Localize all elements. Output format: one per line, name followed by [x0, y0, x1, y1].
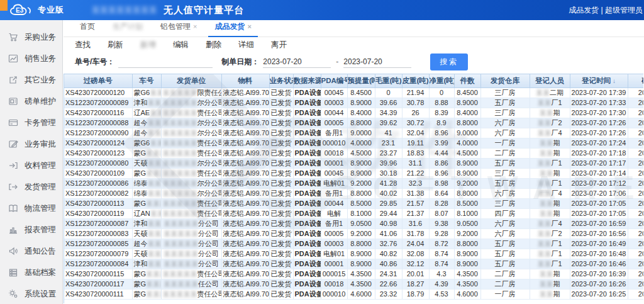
- table-row[interactable]: XS4230720000119辽AN某某某某某某某某责任公司液态铝.Al99.7…: [64, 208, 643, 218]
- cell-reg_time: 2023-07-20 17:12: [570, 178, 628, 188]
- cell-confirm: 2023-07-20: [628, 188, 643, 198]
- toolbar-button-7[interactable]: 离开: [271, 40, 287, 50]
- tab-4[interactable]: 成品发货×: [208, 21, 257, 37]
- cell-material: 液态铝.Al99.70DT: [221, 198, 269, 208]
- tab-1[interactable]: 首页: [74, 21, 101, 37]
- sidebar-item-10[interactable]: 报表管理: [0, 219, 62, 240]
- cell-confirm: 2023-07-20: [628, 128, 643, 138]
- cell-person: 某某厂1: [530, 259, 570, 269]
- cell-confirm: 2023-07-20: [628, 178, 643, 188]
- tab-close-icon[interactable]: ×: [247, 23, 251, 30]
- column-header-unit[interactable]: 发货单位: [161, 74, 221, 87]
- table-row[interactable]: XS12230720000085超今某某某某某某某某分公司液态铝.Al99.70…: [64, 239, 643, 249]
- cell-unit: 某某某某某尔分公司: [161, 178, 221, 188]
- column-header-confirm[interactable]: 确认时间: [628, 74, 643, 87]
- cell-material: 液态铝.Al99.70: [221, 269, 269, 279]
- table-row[interactable]: XS4230720000120蒙G6某某某某某某某某限责任公司液态铝.Al99.…: [64, 87, 643, 98]
- cell-gross: 23.1: [375, 138, 402, 148]
- cell-plate: 津和某某某: [132, 259, 161, 269]
- cell-status: 已发货: [269, 178, 293, 188]
- cell-pieces: 4.0000: [454, 138, 480, 148]
- toolbar-button-1[interactable]: 查找: [75, 40, 91, 50]
- tab-2[interactable]: 生产计划: [106, 21, 149, 37]
- table-row[interactable]: XS12230720000080天硕某某某某某某某某尔分公司液态铝.Al99.7…: [64, 158, 643, 168]
- table-row[interactable]: XS12230720000090超今某某某某某某某某尔分公司液态铝.Al99.7…: [64, 128, 643, 138]
- column-header-gross[interactable]: 毛重(吨): [375, 74, 402, 87]
- cell-plate: 天硕某某某: [132, 158, 161, 168]
- table-row[interactable]: XS12230720000088超今某某某某某某某某尔分公司液态铝.Al99.7…: [64, 118, 643, 128]
- tab-close-icon[interactable]: ×: [193, 23, 197, 30]
- column-header-material[interactable]: 物料: [221, 74, 269, 87]
- tab-label: 生产计划: [113, 22, 143, 31]
- cell-status: 已发货: [269, 269, 293, 279]
- cell-net: 8.39: [429, 108, 454, 118]
- table-header-row: 过磅单号车号发货单位物料业务状态数据来源PDA编号预提量(吨)毛重(吨)皮重(吨…: [64, 74, 643, 87]
- cell-gross: 39.62: [375, 118, 402, 128]
- gear-icon: [8, 289, 18, 299]
- sidebar-item-13[interactable]: 系统设置: [0, 283, 62, 304]
- toolbar-button-3[interactable]: 新增: [140, 40, 156, 50]
- column-header-pre[interactable]: 预提量(吨): [347, 74, 375, 87]
- sidebar-item-11[interactable]: 通知公告: [0, 240, 62, 262]
- cell-warehouse: 三厂房: [480, 108, 530, 118]
- sidebar-item-8[interactable]: 发货管理: [0, 176, 62, 198]
- cell-pda: 00018: [321, 148, 347, 158]
- table-row[interactable]: XS4230720000111蒙G某某某某某某某某责任公司液态铝.Al99.70…: [64, 289, 643, 299]
- user-info[interactable]: 成品发货 | 超级管理员: [569, 5, 643, 16]
- sidebar-item-2[interactable]: 销售业务: [0, 48, 62, 69]
- column-header-pda[interactable]: PDA编号: [321, 74, 347, 87]
- table-row[interactable]: XS4230720000109蒙G某某某某某某某某责任公司液态铝.Al99.70…: [64, 168, 643, 178]
- table-row[interactable]: XS12230720000082绵泰某某某某某某某某尔分公司液态铝.Al99.7…: [64, 188, 643, 198]
- tab-3[interactable]: 铝包管理×: [154, 21, 203, 37]
- cell-person: 某某期: [530, 138, 570, 148]
- table-row[interactable]: XS4230720000113蒙G某某某某某某某某责任公司液态铝.Al99.70…: [64, 198, 643, 208]
- sidebar-item-9[interactable]: 物流管理: [0, 198, 62, 219]
- cell-tare: 21.37: [402, 208, 429, 218]
- column-header-net[interactable]: 净重(吨): [429, 74, 454, 87]
- sidebar-item-4[interactable]: 磅单维护: [0, 91, 62, 112]
- cell-ticket: XS4230720000124: [64, 138, 132, 148]
- cell-plate: 超今某某某: [132, 239, 161, 249]
- sidebar-item-7[interactable]: 收料管理: [0, 155, 62, 176]
- date-to-input[interactable]: [343, 55, 411, 68]
- table-row[interactable]: XS12230720000083天硕某某某某某某某某分公司液态铝.Al99.70…: [64, 228, 643, 239]
- toolbar-button-2[interactable]: 刷新: [108, 40, 123, 50]
- cell-plate: 绵泰某某某: [132, 188, 161, 198]
- cell-warehouse: 五厂房: [480, 259, 530, 269]
- table-row[interactable]: XS4230720000123蒙G某某某某某某某某责任公司液态铝.Al99.70…: [64, 148, 643, 158]
- column-header-ticket[interactable]: 过磅单号: [64, 74, 132, 87]
- table-row[interactable]: XS12230720000079天硕某某某某某某某某分公司液态铝.Al99.70…: [64, 249, 643, 259]
- column-header-warehouse[interactable]: 发货仓库: [480, 74, 530, 87]
- search-button[interactable]: 搜索: [430, 53, 468, 70]
- column-header-pieces[interactable]: 件数: [454, 74, 480, 87]
- toolbar-button-4[interactable]: 编辑: [173, 40, 189, 50]
- column-header-person[interactable]: 登记人员: [530, 74, 570, 87]
- column-header-tare[interactable]: 皮重(吨): [402, 74, 429, 87]
- table-row[interactable]: XS4230720000124蒙G6某某某某某某某某责任公司液态铝.Al99.7…: [64, 138, 643, 148]
- column-header-source[interactable]: 数据来源: [293, 74, 321, 87]
- table-row[interactable]: XS12230720000084津和某某某某某某某某分公司液态铝.Al99.70…: [64, 259, 643, 269]
- table-row[interactable]: XS4230720000117蒙G某某某某某某某某任公司液态铝.Al99.70D…: [64, 279, 643, 289]
- cell-material: 液态铝.Al99.70DT: [221, 208, 269, 218]
- toolbar-button-5[interactable]: 删除: [206, 40, 221, 50]
- column-header-status[interactable]: 业务状态: [269, 74, 293, 87]
- sidebar-item-5[interactable]: 卡务管理: [0, 112, 62, 133]
- sidebar-item-6[interactable]: 业务审批: [0, 133, 62, 155]
- cell-ticket: XS12230720000080: [64, 158, 132, 168]
- tab-bar: 首页生产计划铝包管理×成品发货×: [64, 20, 644, 37]
- column-header-plate[interactable]: 车号: [132, 74, 161, 87]
- sidebar-item-1[interactable]: 采购业务: [0, 26, 62, 48]
- toolbar-button-6[interactable]: 详细: [238, 40, 254, 50]
- table-row[interactable]: XS4230720000115蒙G某某某某某某某某责任公司液态铝.Al99.70…: [64, 269, 643, 279]
- date-from-input[interactable]: [263, 55, 331, 68]
- table-row[interactable]: XS12230720000086绵泰某某某某某某某某尔分公司液态铝.Al99.7…: [64, 178, 643, 188]
- svg-text:E3: E3: [16, 7, 24, 14]
- table-row[interactable]: XS12230720000087津和某某某某某某某某分公司液态铝.Al99.70…: [64, 218, 643, 228]
- column-header-reg_time[interactable]: 登记时间 ↓: [570, 74, 628, 87]
- sidebar-item-12[interactable]: 基础档案: [0, 262, 62, 283]
- cell-person: 某某期: [530, 269, 570, 279]
- table-row[interactable]: XS12230720000089津和某某某某某某某某尔分公司液态铝.Al99.7…: [64, 98, 643, 108]
- sidebar-item-3[interactable]: 其它业务: [0, 69, 62, 91]
- table-row[interactable]: XS4230720000116辽AE某某某某某某某某责任公司液态铝.Al99.7…: [64, 108, 643, 118]
- bill-no-input[interactable]: [118, 55, 213, 68]
